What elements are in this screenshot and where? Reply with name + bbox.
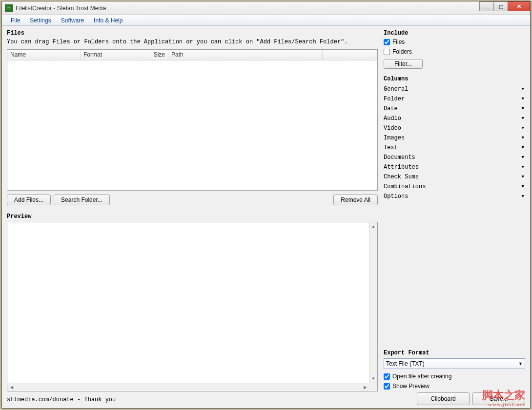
- chevron-down-icon: ▼: [522, 87, 524, 92]
- chevron-down-icon: ▼: [522, 194, 524, 199]
- column-group-combinations[interactable]: Combinations▼: [384, 182, 525, 192]
- include-folders-row[interactable]: Folders: [384, 48, 525, 55]
- preview-title: Preview: [7, 213, 378, 220]
- include-folders-label: Folders: [392, 48, 412, 55]
- include-files-row[interactable]: Files: [384, 39, 525, 45]
- chevron-down-icon: ▼: [522, 184, 524, 189]
- open-after-label: Open file after creating: [392, 373, 451, 380]
- chevron-down-icon: ▼: [522, 97, 524, 101]
- search-folder-button[interactable]: Search Folder...: [54, 195, 110, 205]
- chevron-down-icon: ▼: [522, 136, 524, 140]
- menubar: File Settings Software Info & Help: [2, 15, 530, 26]
- export-buttons: Clipboard Save...: [384, 392, 525, 405]
- scroll-up-icon[interactable]: ▲: [369, 222, 377, 231]
- scroll-right-icon[interactable]: ▶: [361, 383, 369, 391]
- chevron-down-icon: ▼: [522, 155, 524, 160]
- export-title: Export Format: [384, 350, 525, 356]
- column-group-options[interactable]: Options▼: [384, 192, 525, 201]
- include-title: Include: [384, 30, 525, 37]
- menu-settings[interactable]: Settings: [25, 16, 56, 25]
- menu-file[interactable]: File: [6, 16, 25, 25]
- include-files-label: Files: [392, 39, 405, 45]
- chevron-down-icon: ▼: [522, 175, 524, 179]
- chevron-down-icon: ▼: [518, 361, 523, 366]
- files-hint: You can drag Files or Folders onto the A…: [7, 39, 378, 45]
- include-folders-checkbox[interactable]: [384, 49, 390, 55]
- column-group-date[interactable]: Date▼: [384, 104, 525, 114]
- scroll-left-icon[interactable]: ◀: [7, 383, 16, 391]
- scroll-down-icon[interactable]: ▼: [369, 374, 377, 383]
- column-group-video[interactable]: Video▼: [384, 123, 525, 133]
- export-section: Export Format Text File (TXT) ▼ Open fil…: [384, 350, 525, 405]
- right-spacer: [384, 201, 525, 346]
- close-button[interactable]: [508, 1, 530, 11]
- window-controls: [480, 1, 530, 11]
- add-files-button[interactable]: Add Files...: [7, 195, 51, 205]
- files-table: Name Format Size Path: [7, 49, 378, 191]
- col-header-extra[interactable]: [323, 50, 377, 60]
- preview-box[interactable]: ▲ ▼ ◀ ▶: [7, 222, 378, 391]
- left-column: Files You can drag Files or Folders onto…: [7, 30, 378, 405]
- titlebar[interactable]: FilelistCreator - Stefan Trost Media: [2, 1, 530, 15]
- chevron-down-icon: ▼: [522, 106, 524, 111]
- save-button[interactable]: Save...: [472, 392, 525, 405]
- show-preview-label: Show Preview: [392, 383, 430, 390]
- column-group-general[interactable]: General▼: [384, 84, 525, 94]
- col-header-name[interactable]: Name: [7, 50, 81, 60]
- export-format-select[interactable]: Text File (TXT) ▼: [384, 358, 525, 369]
- column-group-folder[interactable]: Folder▼: [384, 94, 525, 104]
- chevron-down-icon: ▼: [522, 116, 524, 121]
- column-group-checksums[interactable]: Check Sums▼: [384, 172, 525, 182]
- column-group-documents[interactable]: Documents▼: [384, 153, 525, 162]
- chevron-down-icon: ▼: [522, 165, 524, 170]
- columns-section: Columns General▼ Folder▼ Date▼ Audio▼ Vi…: [384, 76, 525, 201]
- filter-button[interactable]: Filter...: [384, 59, 423, 69]
- open-after-checkbox[interactable]: [384, 373, 390, 380]
- files-button-row: Add Files... Search Folder... Remove All: [7, 195, 378, 205]
- window-title: FilelistCreator - Stefan Trost Media: [16, 5, 106, 12]
- menu-software[interactable]: Software: [56, 16, 89, 25]
- include-files-checkbox[interactable]: [384, 39, 390, 45]
- content-area: Files You can drag Files or Folders onto…: [2, 26, 530, 408]
- app-window: FilelistCreator - Stefan Trost Media Fil…: [1, 1, 531, 409]
- minimize-button[interactable]: [479, 1, 494, 11]
- files-title: Files: [7, 30, 378, 37]
- show-preview-checkbox[interactable]: [384, 383, 390, 390]
- table-header: Name Format Size Path: [7, 50, 377, 60]
- preview-scrollbar-vertical[interactable]: ▲ ▼: [369, 222, 377, 383]
- col-header-format[interactable]: Format: [81, 50, 134, 60]
- app-icon: [5, 4, 13, 12]
- chevron-down-icon: ▼: [522, 126, 524, 131]
- preview-scrollbar-horizontal[interactable]: ◀ ▶: [7, 383, 377, 391]
- clipboard-button[interactable]: Clipboard: [417, 392, 470, 405]
- column-group-images[interactable]: Images▼: [384, 133, 525, 143]
- spacer: [113, 195, 331, 205]
- footer-text: sttmedia.com/donate - Thank you: [7, 396, 378, 405]
- table-body[interactable]: [7, 60, 377, 190]
- column-group-text[interactable]: Text▼: [384, 143, 525, 153]
- maximize-button[interactable]: [493, 1, 508, 11]
- menu-info-help[interactable]: Info & Help: [89, 16, 127, 25]
- show-preview-row[interactable]: Show Preview: [384, 383, 525, 390]
- open-after-row[interactable]: Open file after creating: [384, 373, 525, 380]
- col-header-path[interactable]: Path: [168, 50, 323, 60]
- export-format-value: Text File (TXT): [386, 360, 425, 367]
- columns-title: Columns: [384, 76, 525, 82]
- chevron-down-icon: ▼: [522, 145, 524, 150]
- column-group-attributes[interactable]: Attributes▼: [384, 162, 525, 172]
- remove-all-button[interactable]: Remove All: [333, 195, 378, 205]
- column-group-audio[interactable]: Audio▼: [384, 114, 525, 123]
- col-header-size[interactable]: Size: [134, 50, 168, 60]
- right-column: Include Files Folders Filter... Columns …: [384, 30, 525, 405]
